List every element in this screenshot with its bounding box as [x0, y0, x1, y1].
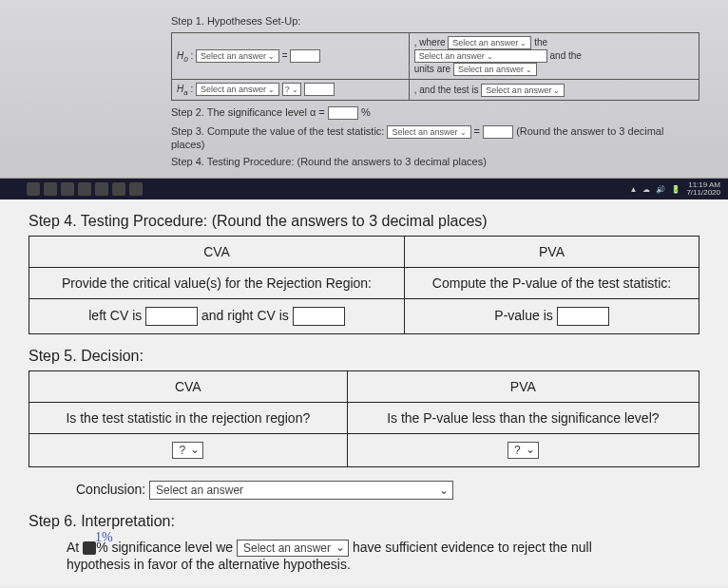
taskbar-date: 7/11/2020 — [686, 189, 720, 197]
taskbar: ▲ ☁ 🔊 🔋 11:19 AM 7/11/2020 — [0, 179, 728, 199]
desc-select[interactable]: Select an answer — [414, 49, 547, 63]
tray-icon[interactable]: ▲ — [629, 185, 637, 194]
handwritten-annotation: 1% — [95, 530, 113, 545]
cv-inputs-cell: left CV is and right CV is — [29, 299, 405, 334]
step1-label: Step 1. Hypotheses Set-Up: — [171, 15, 699, 27]
h0-cell: H0 : Select an answer = — [172, 33, 410, 80]
pva-header: PVA — [405, 237, 699, 268]
step4-table: CVA PVA Provide the critical value(s) fo… — [29, 236, 699, 334]
ha-desc-cell: , and the test is Select an answer — [409, 80, 699, 101]
taskbar-icon[interactable] — [61, 182, 74, 196]
pv-select-cell: ? — [347, 434, 699, 467]
h0-select[interactable]: Select an answer — [196, 49, 279, 63]
statistic-select[interactable]: Select an answer — [387, 125, 470, 139]
ha-value-input[interactable] — [304, 83, 335, 96]
taskbar-icon[interactable] — [78, 182, 91, 196]
alpha-input[interactable] — [328, 106, 358, 120]
cva-header-2: CVA — [29, 371, 348, 403]
conclusion-row: Conclusion: Select an answer — [76, 481, 699, 500]
pv-select[interactable]: ? — [508, 442, 539, 459]
rr-question-cell: Is the test statistic in the rejection r… — [29, 403, 348, 434]
compute-p-cell: Compute the P-value of the test statisti… — [405, 268, 699, 299]
pv-question-cell: Is the P-value less than the significanc… — [347, 403, 699, 434]
interpretation-select[interactable]: Select an answer — [237, 540, 349, 557]
tray-icon[interactable]: ☁ — [642, 185, 650, 194]
taskbar-icon[interactable] — [112, 182, 125, 196]
conclusion-select[interactable]: Select an answer — [149, 481, 453, 500]
tray-icon[interactable]: 🔋 — [671, 185, 680, 194]
cva-header: CVA — [29, 237, 405, 268]
step2-label: Step 2. The significance level α = % — [171, 106, 699, 120]
h0-desc-cell: , where Select an answer the Select an a… — [409, 33, 699, 80]
units-select[interactable]: Select an answer — [453, 63, 537, 76]
test-type-select[interactable]: Select an answer — [481, 84, 565, 97]
pva-header-2: PVA — [347, 371, 699, 403]
pvalue-input-cell: P-value is — [405, 299, 699, 334]
taskbar-icon[interactable] — [95, 182, 108, 196]
hypothesis-cont: hypothesis in favor of the alternative h… — [67, 557, 699, 572]
pvalue-input[interactable] — [557, 307, 609, 326]
rr-select-cell: ? — [29, 434, 348, 467]
interpretation-text: At % significance level we Select an ans… — [67, 540, 699, 572]
taskbar-icon[interactable] — [27, 182, 40, 196]
right-cv-input[interactable] — [293, 307, 345, 326]
hypotheses-table: H0 : Select an answer = , where Select a… — [171, 32, 699, 101]
left-cv-input[interactable] — [145, 307, 198, 326]
provide-cv-cell: Provide the critical value(s) for the Re… — [29, 268, 405, 299]
ha-select[interactable]: Select an answer — [196, 83, 279, 96]
step4-label: Step 4. Testing Procedure: (Round the an… — [29, 213, 699, 230]
ha-op-select[interactable]: ? — [282, 83, 301, 96]
statistic-input[interactable] — [483, 125, 513, 139]
ha-symbol: Ha — [177, 84, 188, 94]
h0-symbol: H0 — [177, 50, 188, 61]
step6-label: Step 6. Interpretation: — [29, 513, 699, 530]
step3-label: Step 3. Compute the value of the test st… — [171, 125, 699, 150]
tray-icon[interactable]: 🔊 — [656, 185, 665, 194]
rr-select[interactable]: ? — [172, 442, 203, 459]
step5-label: Step 5. Decision: — [29, 348, 699, 365]
step4-top-label: Step 4. Testing Procedure: (Round the an… — [171, 156, 699, 167]
h0-value-input[interactable] — [290, 49, 320, 63]
taskbar-icon[interactable] — [129, 182, 143, 196]
taskbar-icon[interactable] — [44, 182, 57, 196]
step5-table: CVA PVA Is the test statistic in the rej… — [29, 370, 699, 467]
where-select[interactable]: Select an answer — [448, 36, 531, 49]
ha-cell: Ha : Select an answer ? — [172, 80, 410, 101]
